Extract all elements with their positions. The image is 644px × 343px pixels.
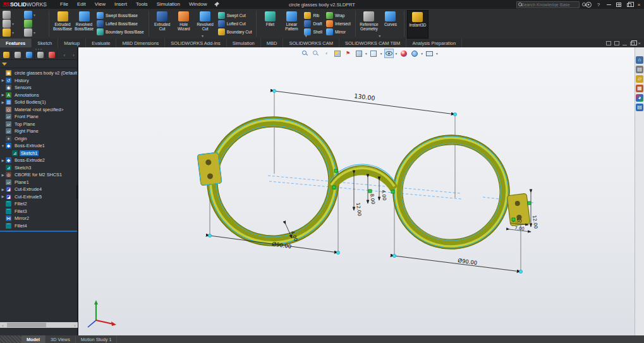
- new-chevron-icon[interactable]: ▾: [12, 21, 14, 26]
- left-lens-ring[interactable]: [201, 111, 345, 253]
- layout-button[interactable]: [614, 0, 624, 9]
- dimxpert-manager-tab[interactable]: [35, 51, 46, 59]
- tab-solidworks-cam[interactable]: SOLIDWORKS CAM: [283, 39, 339, 47]
- bridge[interactable]: [331, 164, 395, 189]
- home-taskpane-icon[interactable]: ⌂: [636, 56, 643, 64]
- expand-icon[interactable]: ▶: [0, 188, 6, 191]
- fillet-button[interactable]: Fillet: [259, 10, 281, 39]
- tree-horizontal-scrollbar[interactable]: ‹ ›: [0, 322, 78, 328]
- hide-show-chevron-icon[interactable]: ▾: [396, 52, 398, 56]
- doc-restore-icon[interactable]: [630, 42, 635, 45]
- panel-tab-left-icon[interactable]: ‹: [63, 53, 67, 57]
- view-orientation-chevron-icon[interactable]: ▾: [365, 52, 367, 56]
- tab-simulation[interactable]: Simulation: [227, 39, 261, 47]
- view-palette-icon[interactable]: ▦: [636, 85, 643, 92]
- tree-item-plane1[interactable]: ▱Plane1: [0, 179, 77, 186]
- tree-item-annotations[interactable]: ▶AAnnotations: [0, 92, 77, 99]
- tab-evaluate[interactable]: Evaluate: [86, 39, 116, 47]
- home-button[interactable]: [3, 10, 24, 19]
- options-button[interactable]: ▾: [24, 28, 51, 37]
- menu-edit[interactable]: Edit: [73, 0, 90, 9]
- dimension-endpoints[interactable]: [208, 89, 522, 273]
- pin-menu-icon[interactable]: [214, 1, 220, 8]
- reference-group-chevron-icon[interactable]: ▾: [379, 33, 380, 38]
- wrap-button[interactable]: Wrap: [324, 11, 353, 20]
- zoom-to-fit-icon[interactable]: [301, 49, 309, 57]
- save-chevron-icon[interactable]: ▾: [33, 13, 35, 17]
- tab-solidworks-cam-tbm[interactable]: SOLIDWORKS CAM TBM: [339, 39, 406, 47]
- tree-item-cut-extrude5[interactable]: ▶◪Cut-Extrude5: [0, 193, 77, 201]
- lofted-cut-button[interactable]: Lofted Cut: [216, 20, 254, 28]
- expand-icon[interactable]: ▶: [0, 93, 6, 97]
- instant3d-button[interactable]: Instant3D: [407, 10, 428, 39]
- file-explorer-icon[interactable]: ▱: [636, 75, 643, 83]
- rollback-bar[interactable]: [0, 231, 77, 232]
- menu-view[interactable]: View: [90, 0, 110, 9]
- open-button[interactable]: ▾: [3, 28, 24, 37]
- rebuild-button[interactable]: [24, 19, 51, 28]
- mirror-button[interactable]: Mirror: [324, 28, 353, 36]
- appearances-icon[interactable]: ◕: [636, 94, 643, 102]
- reference-geometry-button[interactable]: Reference Geometry: [358, 10, 380, 39]
- scroll-right-icon[interactable]: ›: [72, 322, 78, 328]
- revolved-cut-button[interactable]: Revolved Cut: [195, 10, 216, 39]
- tree-item-mirror2[interactable]: ⋈Mirror2: [0, 215, 77, 222]
- doc-minimize-icon[interactable]: [623, 45, 627, 45]
- pattern-group-chevron-icon[interactable]: ▾: [305, 33, 307, 38]
- linear-pattern-button[interactable]: Linear Pattern: [281, 10, 302, 39]
- property-manager-tab[interactable]: [13, 51, 23, 59]
- tree-item-root[interactable]: ▣circle glasses body v2 (Default) <-: [0, 69, 77, 77]
- expand-icon[interactable]: ▶: [0, 173, 6, 177]
- view-settings-chevron-icon[interactable]: ▾: [436, 52, 438, 56]
- options-chevron-icon[interactable]: ▾: [33, 30, 35, 35]
- boundary-cut-button[interactable]: Boundary Cut: [216, 28, 254, 36]
- hide-show-items-icon[interactable]: [385, 49, 393, 57]
- rib-button[interactable]: Rib: [302, 11, 324, 20]
- tree-item-fillet3[interactable]: ⌒Fillet3: [0, 208, 77, 215]
- zoom-to-area-icon[interactable]: [312, 49, 320, 57]
- apply-scene-icon[interactable]: [410, 49, 418, 57]
- cut-group-chevron-icon[interactable]: ▾: [202, 33, 204, 38]
- tab-analysis-preparation[interactable]: Analysis Preparation: [406, 39, 462, 47]
- lofted-boss-base-button[interactable]: Lofted Boss/Base: [95, 20, 146, 28]
- extruded-cut-button[interactable]: Extruded Cut: [152, 10, 173, 39]
- boundary-boss-base-button[interactable]: Boundary Boss/Base: [95, 28, 146, 36]
- tree-item-sketch1[interactable]: ⊿Sketch1: [0, 150, 77, 157]
- apply-scene-chevron-icon[interactable]: ▾: [421, 52, 423, 56]
- doc-window-prev-icon[interactable]: [606, 41, 611, 45]
- tree-item-cbore[interactable]: ▶◎CBORE for M2 SHCS1: [0, 171, 77, 179]
- tab-markup[interactable]: Markup: [58, 39, 86, 47]
- draft-button[interactable]: Draft: [302, 20, 324, 28]
- featuremanager-tree-tab[interactable]: [1, 51, 12, 59]
- dimension-130[interactable]: 130.00: [274, 91, 455, 114]
- display-manager-tab[interactable]: [47, 51, 58, 59]
- tree-filter-row[interactable]: [0, 60, 77, 68]
- extruded-boss-base-button[interactable]: Extruded Boss/Base: [52, 10, 73, 39]
- menu-tools[interactable]: Tools: [131, 0, 152, 9]
- swept-cut-button[interactable]: Swept Cut: [216, 11, 254, 20]
- swept-boss-base-button[interactable]: Swept Boss/Base: [95, 11, 146, 20]
- open-chevron-icon[interactable]: ▾: [12, 30, 14, 35]
- menu-simulation[interactable]: Simulation: [152, 0, 185, 9]
- view-orientation-icon[interactable]: [355, 49, 363, 57]
- graphics-viewport[interactable]: 130.00 Ø90.00 Ø90.00 4.00 12.00 8.00 4: [78, 47, 644, 335]
- menu-window[interactable]: Window: [185, 0, 211, 9]
- tree-item-fillet4[interactable]: ⌒Fillet4: [0, 222, 77, 230]
- expand-icon[interactable]: ▶: [0, 78, 6, 82]
- tree-item-top-plane[interactable]: ▱Top Plane: [0, 121, 77, 128]
- tab-model[interactable]: Model: [21, 335, 46, 343]
- tree-item-boss-extrude1[interactable]: ▼◆Boss-Extrude1: [0, 142, 77, 150]
- hole-wizard-button[interactable]: Hole Wizard: [173, 10, 195, 39]
- expand-icon[interactable]: ▶: [0, 195, 6, 198]
- scrollbar-thumb[interactable]: [7, 323, 46, 327]
- right-lens-ring[interactable]: [387, 129, 515, 255]
- view-settings-icon[interactable]: [425, 49, 434, 57]
- edit-appearance-icon[interactable]: [399, 49, 408, 57]
- tab-mbd-dimensions[interactable]: MBD Dimensions: [116, 39, 165, 47]
- tree-item-solid-bodies[interactable]: ▶▥Solid Bodies(1): [0, 99, 77, 106]
- tree-item-cut-extrude4[interactable]: ▶◪Cut-Extrude4: [0, 186, 77, 193]
- display-style-chevron-icon[interactable]: ▾: [380, 52, 382, 56]
- tree-item-history[interactable]: ▶↺History: [0, 77, 77, 85]
- revolved-boss-base-button[interactable]: Revolved Boss/Base: [73, 10, 95, 39]
- dimension-right-diameter[interactable]: Ø90.00: [394, 256, 521, 272]
